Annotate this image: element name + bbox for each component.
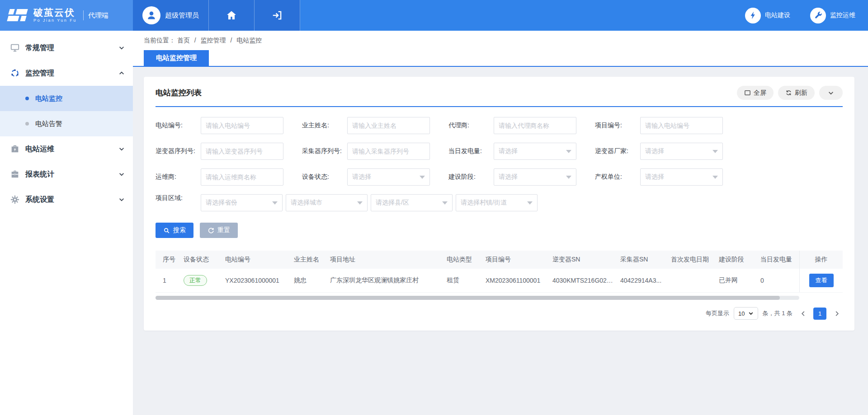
chevron-left-icon: [800, 310, 807, 317]
device-status-placeholder: 请选择: [352, 173, 371, 181]
table-row: 1 正常 YX2023061000001 姚忠 广东深圳龙华区观澜镇姚家庄村 租…: [156, 269, 843, 293]
daily-gen-placeholder: 请选择: [499, 147, 518, 155]
nav-monitor-ops[interactable]: 监控运维: [810, 8, 855, 23]
tab-station-monitor-mgmt[interactable]: 电站监控管理: [144, 50, 209, 66]
reset-button[interactable]: 重置: [200, 223, 238, 238]
project-no-input[interactable]: [640, 117, 723, 134]
reset-icon: [208, 227, 214, 234]
build-stage-placeholder: 请选择: [499, 173, 518, 181]
caret-down-icon: [272, 201, 278, 205]
nav-station-build[interactable]: 电站建设: [745, 8, 790, 23]
row-station-no: YX2023061000001: [219, 277, 288, 284]
home-icon: [226, 9, 237, 21]
chevron-up-icon: [118, 70, 125, 76]
agent-label: 代理商:: [448, 121, 494, 130]
province-select[interactable]: 请选择省份: [201, 194, 283, 211]
home-button[interactable]: [209, 0, 255, 31]
portal-divider: [83, 10, 84, 20]
row-address: 广东深圳龙华区观澜镇姚家庄村: [324, 276, 440, 284]
logout-button[interactable]: [255, 0, 300, 31]
sidebar-item-station-alarm[interactable]: 电站告警: [0, 111, 133, 136]
logout-icon: [271, 9, 283, 21]
horizontal-scrollbar-thumb[interactable]: [156, 296, 780, 300]
sidebar-item-label: 报表统计: [25, 170, 118, 179]
row-index: 1: [156, 277, 177, 284]
search-button[interactable]: 搜索: [156, 223, 193, 238]
sidebar-item-station-ops[interactable]: 电站运维: [0, 136, 133, 162]
owner-name-input[interactable]: [347, 117, 430, 134]
field-collector-sn: 采集器序列号:: [302, 143, 448, 160]
build-stage-select[interactable]: 请选择: [494, 168, 576, 186]
row-status: 正常: [177, 275, 219, 286]
wrench-icon: [810, 8, 826, 23]
nav-station-build-label: 电站建设: [765, 11, 790, 19]
bullet-icon: [25, 122, 29, 126]
caret-down-icon: [566, 150, 571, 153]
sidebar-item-label: 常规管理: [25, 43, 118, 53]
pagination: 每页显示 10 条，共 1 条 1: [156, 307, 843, 320]
sidebar-item-general[interactable]: 常规管理: [0, 35, 133, 61]
inverter-vendor-select[interactable]: 请选择: [640, 143, 723, 160]
prev-page-button[interactable]: [797, 308, 809, 319]
breadcrumb-prefix: 当前位置：: [144, 37, 175, 44]
view-button[interactable]: 查看: [809, 274, 834, 287]
avatar: [142, 6, 160, 24]
logo[interactable]: 破茧云伏 Po Jian Yun Fu 代理端: [0, 0, 133, 31]
user-menu[interactable]: 超级管理员: [133, 0, 209, 31]
page-number-1[interactable]: 1: [813, 308, 826, 320]
per-page-label: 每页显示: [706, 309, 729, 317]
county-placeholder: 请选择县/区: [376, 199, 409, 207]
field-build-stage: 建设阶段: 请选择: [448, 168, 595, 186]
sidebar-item-monitor[interactable]: 监控管理: [0, 61, 133, 86]
filter-actions: 搜索 重置: [156, 223, 843, 238]
col-address: 项目地址: [324, 256, 440, 264]
caret-down-icon: [712, 150, 718, 153]
ops-vendor-input[interactable]: [201, 168, 283, 186]
next-page-button[interactable]: [831, 308, 843, 319]
page-size-select[interactable]: 10: [734, 307, 758, 320]
property-unit-label: 产权单位:: [595, 173, 640, 181]
refresh-button[interactable]: 刷新: [778, 86, 815, 100]
county-select[interactable]: 请选择县/区: [371, 194, 453, 211]
sidebar-item-label: 系统设置: [25, 195, 118, 205]
city-select[interactable]: 请选择城市: [286, 194, 368, 211]
sidebar: 常规管理 监控管理 电站监控: [0, 31, 133, 415]
caret-down-icon: [420, 176, 425, 179]
property-unit-select[interactable]: 请选择: [640, 168, 723, 186]
panel-toolbar: 全屏 刷新: [737, 86, 843, 100]
col-device-status: 设备状态: [177, 256, 219, 264]
collector-sn-input[interactable]: [347, 143, 430, 160]
col-owner: 业主姓名: [288, 256, 324, 264]
device-status-select[interactable]: 请选择: [347, 168, 430, 186]
sidebar-submenu-monitor: 电站监控 电站告警: [0, 86, 133, 136]
col-inverter-sn: 逆变器SN: [546, 256, 614, 264]
lightning-icon: [745, 8, 761, 23]
fullscreen-button[interactable]: 全屏: [737, 86, 774, 100]
sidebar-item-system-settings[interactable]: 系统设置: [0, 187, 133, 212]
agent-input[interactable]: [494, 117, 576, 134]
breadcrumb-level1: 监控管理: [201, 37, 226, 44]
row-daily-gen: 0: [754, 277, 799, 284]
bullet-icon: [25, 97, 29, 100]
town-select[interactable]: 请选择村镇/街道: [456, 194, 538, 211]
gear-icon: [10, 195, 20, 205]
inverter-sn-input[interactable]: [201, 143, 283, 160]
inverter-vendor-placeholder: 请选择: [645, 147, 664, 155]
toolbox-icon: [10, 144, 20, 154]
daily-gen-select[interactable]: 请选择: [494, 143, 576, 160]
chevron-down-icon: [828, 90, 834, 96]
total-count-label: 条，共 1 条: [763, 309, 793, 317]
breadcrumb-level2: 电站监控: [236, 37, 262, 44]
breadcrumb-home-link[interactable]: 首页: [177, 37, 190, 44]
sidebar-item-label: 电站运维: [25, 145, 118, 154]
station-no-input[interactable]: [201, 117, 283, 134]
col-type: 电站类型: [440, 256, 479, 264]
sidebar-item-report-stats[interactable]: 报表统计: [0, 162, 133, 187]
fullscreen-icon: [744, 89, 751, 96]
collector-sn-label: 采集器序列号:: [302, 147, 347, 155]
logo-text: 破茧云伏 Po Jian Yun Fu: [33, 8, 77, 23]
app-root: 破茧云伏 Po Jian Yun Fu 代理端 超级管理员 电站建设: [0, 0, 868, 415]
station-table: 序号 设备状态 电站编号 业主姓名 项目地址 电站类型 项目编号 逆变器SN 采…: [156, 251, 843, 300]
sidebar-item-station-monitor[interactable]: 电站监控: [0, 86, 133, 111]
collapse-button[interactable]: [819, 86, 843, 100]
